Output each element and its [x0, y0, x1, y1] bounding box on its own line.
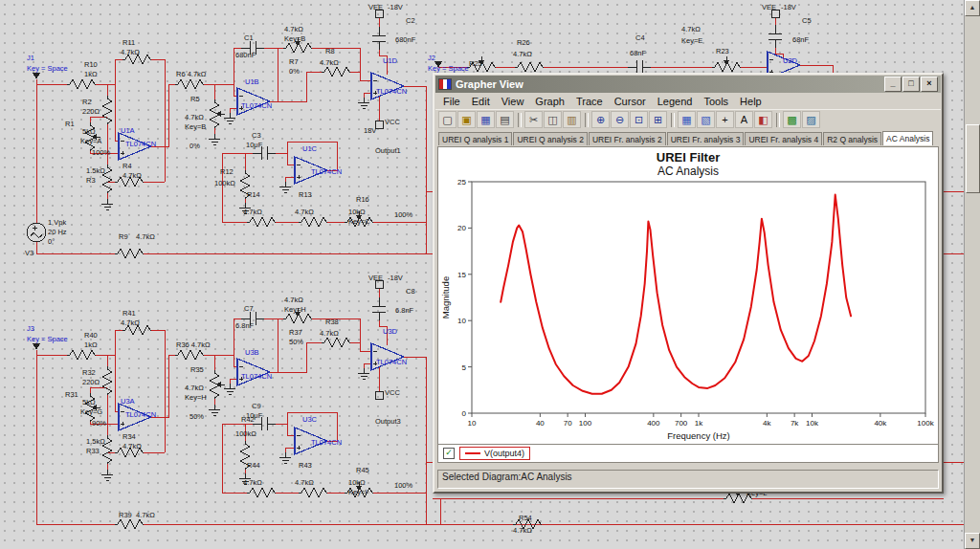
window-title: Grapher View [456, 78, 523, 90]
print-button[interactable]: ▤ [496, 111, 514, 128]
legend-row: ✓ V(output4) [437, 445, 939, 463]
schematic-label: R31 [65, 391, 78, 399]
legend-entry[interactable]: V(output4) [459, 447, 530, 460]
menu-legend[interactable]: Legend [652, 95, 699, 108]
tab-urei-q-analysis-1[interactable]: UREI Q analysis 1 [438, 132, 512, 145]
tab-r2-q-analysis[interactable]: R2 Q analysis [823, 132, 881, 145]
toolbar-separator [671, 113, 675, 127]
schematic-label: R2 [82, 99, 92, 106]
schematic-label: -18V [388, 274, 403, 282]
status-bar: Selected Diagram:AC Analysis [437, 470, 939, 489]
menu-trace[interactable]: Trace [570, 95, 609, 108]
new-page-button[interactable]: ▢ [438, 111, 457, 128]
schematic-label: R36 4.7kΩ [176, 341, 211, 349]
schematic-label: U1C [302, 145, 317, 153]
grid-button[interactable]: ▦ [678, 111, 696, 128]
schematic-label: R34 [122, 433, 136, 441]
tab-urei-fr-analysis-4[interactable]: UREI Fr. analysis 4 [745, 132, 822, 145]
schematic-label: VEE [368, 274, 383, 282]
schematic-label: -18V [388, 4, 403, 11]
window-controls: _□× [884, 77, 938, 92]
close-button[interactable]: × [921, 77, 938, 92]
x-axis-label: Frequency (Hz) [667, 430, 729, 441]
schematic-label: 4.7kΩ [122, 172, 142, 180]
schematic-label: 10μF [246, 142, 262, 149]
minimize-button[interactable]: _ [884, 77, 902, 92]
schematic-label: 68nF [630, 50, 646, 57]
schematic-label: 68nF [792, 36, 809, 44]
paste-button[interactable]: ▥ [563, 111, 581, 128]
menubar: FileEditViewGraphTraceCursorLegendToolsH… [435, 93, 941, 109]
legend-button[interactable]: ▧ [697, 111, 715, 128]
properties-button[interactable]: ◧ [754, 111, 772, 128]
grapher-view-icon [438, 78, 452, 90]
schematic-label: 1kΩ [84, 71, 98, 78]
menu-graph[interactable]: Graph [529, 95, 570, 108]
copy-button[interactable]: ◫ [544, 111, 562, 128]
tab-urei-q-analysis-2[interactable]: UREI Q analysis 2 [513, 132, 587, 145]
schematic-label: Key=H [185, 394, 207, 402]
save-button[interactable]: ▦ [477, 111, 495, 128]
schematic-label: 50% [289, 339, 303, 346]
export-data-button[interactable]: ▨ [802, 111, 820, 128]
schematic-label: 5kΩ [82, 399, 96, 406]
schematic-label: 5kΩ [82, 128, 96, 136]
zoom-in-button[interactable]: ⊕ [591, 111, 610, 128]
legend-checkbox[interactable]: ✓ [443, 448, 455, 459]
tab-urei-fr-analysis-2[interactable]: UREI Fr. analysis 2 [589, 132, 666, 145]
schematic-label: 100kΩ [214, 180, 235, 187]
cut-button[interactable]: ✂ [524, 111, 543, 128]
x-tick-label: 100k [917, 419, 934, 428]
schematic-label: Key = Space [428, 65, 469, 73]
schematic-label: 4.7kΩ [122, 443, 142, 450]
scroll-down-button[interactable]: ▼ [965, 533, 980, 549]
toolbar-separator [585, 113, 589, 127]
menu-cursor[interactable]: Cursor [609, 95, 652, 108]
schematic-label: 0% [189, 143, 200, 150]
zoom-area-button[interactable]: ⊡ [630, 111, 648, 128]
menu-tools[interactable]: Tools [698, 95, 734, 108]
schematic-label: U3C [302, 416, 317, 424]
vertical-scrollbar[interactable]: ▲ ▼ [964, 0, 980, 549]
maximize-button[interactable]: □ [902, 77, 920, 92]
x-tick-label: 700 [675, 419, 688, 428]
cursors-button[interactable]: + [716, 111, 734, 128]
schematic-label: VEE [368, 4, 383, 11]
menu-edit[interactable]: Edit [466, 95, 496, 108]
titlebar[interactable]: Grapher View _□× [435, 76, 941, 93]
schematic-label: Output3 [375, 418, 401, 426]
menu-view[interactable]: View [496, 95, 530, 108]
schematic-label: Key=A [80, 138, 101, 145]
schematic-label: J3 [27, 325, 34, 333]
schematic-label: 680nF [235, 52, 256, 59]
menu-help[interactable]: Help [734, 95, 768, 108]
schematic-label: R23 [716, 48, 729, 55]
analysis-tabs: UREI Q analysis 1UREI Q analysis 2UREI F… [435, 129, 941, 145]
schematic-label: R44 [247, 462, 260, 470]
tab-urei-fr-analysis-3[interactable]: UREI Fr. analysis 3 [667, 132, 745, 145]
x-tick-label: 10k [806, 419, 819, 428]
x-tick-label: 400 [647, 419, 660, 428]
schematic-label: C7 [244, 305, 254, 313]
schematic-label: R33 [86, 448, 100, 455]
scroll-up-button[interactable]: ▲ [965, 0, 980, 16]
zoom-full-button[interactable]: ⊞ [649, 111, 667, 128]
plot-canvas[interactable]: 1040701004007001k4k7k10k40k100k051015202… [439, 178, 937, 444]
x-tick-label: 100 [579, 419, 592, 428]
schematic-label: TL074CN [125, 141, 156, 148]
menu-file[interactable]: File [437, 95, 466, 108]
export-excel-button[interactable]: ▩ [783, 111, 801, 128]
chart-subtitle: AC Analysis [438, 165, 938, 178]
schematic-label: 4.7kΩ [513, 527, 532, 535]
scrollbar-thumb[interactable] [966, 124, 980, 193]
schematic-label: R6 4.7kΩ [176, 71, 206, 78]
schematic-label: 1kΩ [84, 341, 98, 349]
grapher-view-window: Grapher View _□× FileEditViewGraphTraceC… [433, 73, 944, 494]
font-button[interactable]: A [735, 111, 753, 128]
schematic-label: -18V [781, 4, 796, 11]
schematic-label: J2 [428, 55, 435, 62]
tab-ac-analysis[interactable]: AC Analysis [882, 131, 933, 145]
trace-V(output4) [501, 195, 851, 394]
open-button[interactable]: ▣ [457, 111, 476, 128]
zoom-out-button[interactable]: ⊖ [611, 111, 629, 128]
